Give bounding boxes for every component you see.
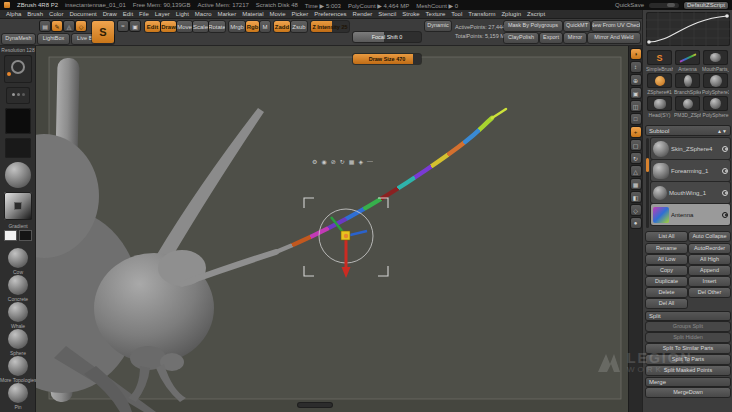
mirror-button[interactable]: Mirror <box>564 33 586 43</box>
titlebar-slider[interactable] <box>649 3 679 8</box>
gizmo-lock-icon[interactable]: ◈ <box>358 158 363 165</box>
draw-size-slider[interactable]: Draw Size 470 <box>353 54 421 64</box>
groups-split-button[interactable]: Groups Split <box>646 322 730 331</box>
menu-item-movie[interactable]: Movie <box>270 11 286 17</box>
perspective-icon[interactable]: ◇ <box>76 21 86 31</box>
menu-item-document[interactable]: Document <box>69 11 96 17</box>
move-mode-button[interactable]: Move <box>177 21 192 32</box>
menu-item-preferences[interactable]: Preferences <box>314 11 346 17</box>
gizmo-visibility-icon[interactable]: ◉ <box>321 158 326 165</box>
tool-slot-5[interactable]: BranchSpike_1 <box>674 73 701 95</box>
scroll-button[interactable]: ↕ <box>631 62 641 72</box>
duplicate-button[interactable]: Duplicate <box>646 277 687 286</box>
actual-size-button[interactable]: ▣ <box>631 88 641 98</box>
material-slot-1[interactable] <box>8 248 28 268</box>
canvas-horizontal-scrollbar[interactable] <box>298 403 332 407</box>
zsub-button[interactable]: Zsub <box>291 21 307 32</box>
dynamesh-button[interactable]: DynaMesh <box>2 34 35 44</box>
projection-master-icon[interactable]: ▤ <box>40 21 50 31</box>
mirror-and-weld-button[interactable]: Mirror And Weld <box>588 33 640 43</box>
mask-by-polygroups-button[interactable]: Mask By Polygroups <box>504 21 562 31</box>
material-selector[interactable] <box>5 162 31 188</box>
gizmo-settings-icon[interactable]: ⚙ <box>312 158 317 165</box>
material-slot-2[interactable] <box>8 275 28 295</box>
menu-item-zplugin[interactable]: Zplugin <box>501 11 521 17</box>
tool-slot-1[interactable]: S SimpleBrush <box>646 50 673 72</box>
copy-button[interactable]: Copy <box>646 266 687 275</box>
scale-view-button[interactable]: ▢ <box>631 140 641 150</box>
rename-button[interactable]: Rename <box>646 244 687 253</box>
list-all-button[interactable]: List All <box>646 232 687 241</box>
insert-button[interactable]: Insert <box>689 277 730 286</box>
gizmo-reset-icon[interactable]: ↻ <box>340 158 345 165</box>
del-all-button[interactable]: Del All <box>646 299 687 308</box>
edit-mode-button[interactable]: Edit <box>145 21 160 32</box>
subtool-row-3[interactable]: MouthWing_1 <box>651 182 730 203</box>
default-zscript-button[interactable]: DefaultZScript <box>684 2 728 9</box>
auto-collapse-button[interactable]: Auto Collapse <box>689 232 730 241</box>
tool-slot-8[interactable]: PM3D_ZSphere1 <box>674 96 701 118</box>
subtool-scrollbar[interactable] <box>646 138 649 228</box>
rgb-button[interactable]: Rgb <box>246 21 259 32</box>
menu-item-light[interactable]: Light <box>176 11 189 17</box>
menu-item-zscript[interactable]: Zscript <box>527 11 545 17</box>
subtool-scroll-icons[interactable]: ▲▼ <box>717 128 727 134</box>
floor-button[interactable]: ▦ <box>631 179 641 189</box>
lightbox-button[interactable]: LightBox <box>38 34 69 44</box>
zadd-button[interactable]: Zadd <box>274 21 290 32</box>
material-slot-5[interactable] <box>8 356 28 376</box>
split-to-similar-parts-button[interactable]: Split To Similar Parts <box>646 344 730 353</box>
visibility-eye-icon[interactable] <box>722 146 728 152</box>
sculptris-pro-icon[interactable]: ◬ <box>64 21 74 31</box>
transp-button[interactable]: ◧ <box>631 192 641 202</box>
split-masked-points-button[interactable]: Split Masked Points <box>646 366 730 375</box>
material-slot-4[interactable] <box>8 329 28 349</box>
menu-item-marker[interactable]: Marker <box>217 11 236 17</box>
z-intensity-slider[interactable]: Z Intensity 25 <box>311 21 349 32</box>
color-picker[interactable] <box>4 192 32 220</box>
claypolish-button[interactable]: ClayPolish <box>504 33 538 43</box>
quickmt-button[interactable]: QuickMT <box>564 21 590 31</box>
del-other-button[interactable]: Del Other <box>689 288 730 297</box>
mrgb-button[interactable]: Mrgb <box>229 21 245 32</box>
ghost-button[interactable]: ◇ <box>631 205 641 215</box>
all-high-button[interactable]: All High <box>689 255 730 264</box>
alpha-selector[interactable] <box>5 108 31 134</box>
visibility-eye-icon[interactable] <box>722 190 728 196</box>
visibility-eye-icon[interactable] <box>722 168 728 174</box>
rotate-view-button[interactable]: ↻ <box>631 153 641 163</box>
texture-selector[interactable] <box>5 138 31 158</box>
tool-slot-6[interactable]: PolySphere3D <box>702 73 729 95</box>
rotate-mode-button[interactable]: Rotate <box>209 21 225 32</box>
bpr-render-button[interactable]: ◑ <box>631 49 641 59</box>
menu-item-layer[interactable]: Layer <box>155 11 170 17</box>
menu-item-stroke[interactable]: Stroke <box>402 11 419 17</box>
move-view-button[interactable]: + <box>631 127 641 137</box>
brush-selector[interactable] <box>4 55 32 83</box>
menu-item-picker[interactable]: Picker <box>292 11 309 17</box>
subtool-section-header[interactable]: Subtool ▲▼ <box>646 126 730 135</box>
menu-item-edit[interactable]: Edit <box>123 11 133 17</box>
tool-slot-9[interactable]: PolySphere <box>702 96 729 118</box>
split-hidden-button[interactable]: Split Hidden <box>646 333 730 342</box>
focal-shift-slider[interactable]: Focal Shift 0 <box>353 32 421 42</box>
material-slot-6[interactable] <box>8 383 28 403</box>
tool-slot-3[interactable]: MouthParts_1 <box>702 50 729 72</box>
zoom-button[interactable]: ⊕ <box>631 75 641 85</box>
merge-section-header[interactable]: Merge <box>646 378 730 386</box>
gizmo-collapse-icon[interactable]: — <box>367 158 373 165</box>
swatch-black[interactable] <box>19 230 32 241</box>
aahalf-button[interactable]: ◫ <box>631 101 641 111</box>
menu-item-transform[interactable]: Transform <box>468 11 495 17</box>
stroke-selector[interactable] <box>6 87 30 104</box>
menu-item-file[interactable]: File <box>139 11 149 17</box>
menu-item-tool[interactable]: Tool <box>451 11 462 17</box>
viewport[interactable]: ⚙ ◉ ⊘ ↻ ▦ ◈ — <box>36 46 628 412</box>
dynamic-button[interactable]: Dynamic <box>425 21 451 31</box>
tool-slot-7[interactable]: Head(SY) <box>646 96 673 118</box>
menu-item-texture[interactable]: Texture <box>426 11 446 17</box>
menu-item-material[interactable]: Material <box>242 11 263 17</box>
material-slot-3[interactable] <box>8 302 28 322</box>
draw-mode-button[interactable]: Draw <box>161 21 176 32</box>
quicksave-button[interactable]: QuickSave <box>615 2 644 8</box>
